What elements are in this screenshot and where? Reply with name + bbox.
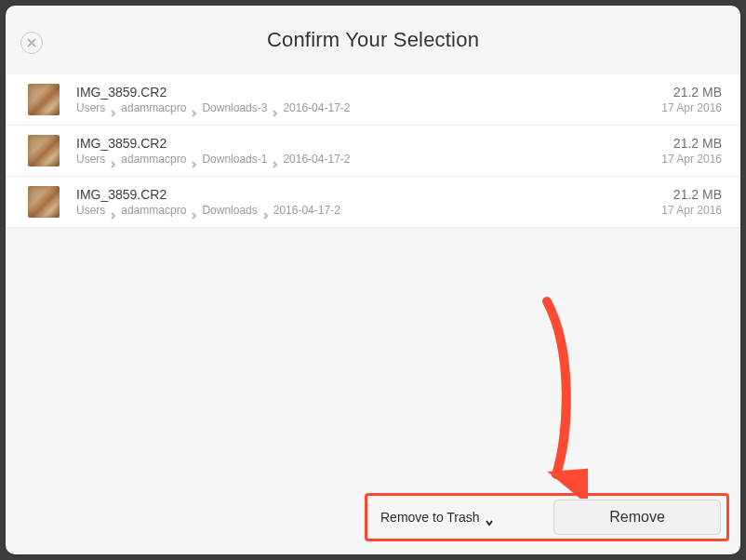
file-size: 21.2 MB [673,85,722,100]
breadcrumb-segment: adammacpro [121,153,186,166]
close-button[interactable] [20,32,43,54]
dialog-header: Confirm Your Selection [6,6,740,74]
breadcrumb-segment: adammacpro [121,101,186,114]
file-date: 17 Apr 2016 [661,204,722,217]
dialog-title: Confirm Your Selection [267,28,479,52]
file-size: 21.2 MB [673,187,722,202]
file-right: 21.2 MB 17 Apr 2016 [661,136,722,166]
remove-option-label: Remove to Trash [380,510,480,525]
file-thumbnail [28,186,60,218]
breadcrumb-segment: Users [76,153,105,166]
file-meta: IMG_3859.CR2 UsersadammacproDownloads-12… [76,136,661,167]
chevron-right-icon [273,155,277,163]
chevron-right-icon [111,155,115,163]
file-thumbnail [28,135,60,167]
dialog-window: Confirm Your Selection IMG_3859.CR2 User… [6,6,740,554]
breadcrumb-segment: 2016-04-17-2 [273,204,340,217]
file-meta: IMG_3859.CR2 UsersadammacproDownloads-32… [76,85,661,115]
actions-highlight: Remove to Trash Remove [365,493,729,541]
file-row[interactable]: IMG_3859.CR2 UsersadammacproDownloads-32… [6,74,740,126]
dialog-footer: Remove to Trash Remove [6,489,740,554]
file-right: 21.2 MB 17 Apr 2016 [661,85,722,114]
breadcrumb-segment: Downloads-1 [202,153,267,166]
chevron-right-icon [192,155,196,163]
breadcrumb-segment: Users [76,204,105,217]
remove-option-dropdown[interactable]: Remove to Trash [380,510,493,525]
file-breadcrumb: UsersadammacproDownloads-12016-04-17-2 [76,153,661,166]
file-right: 21.2 MB 17 Apr 2016 [661,187,722,217]
chevron-right-icon [273,104,277,112]
file-row[interactable]: IMG_3859.CR2 UsersadammacproDownloads-12… [6,126,740,177]
file-date: 17 Apr 2016 [661,153,722,166]
chevron-right-icon [192,104,196,112]
file-size: 21.2 MB [673,136,722,151]
remove-button-label: Remove [609,509,665,526]
file-date: 17 Apr 2016 [661,101,722,114]
close-icon [27,34,36,51]
chevron-right-icon [111,104,115,112]
file-name: IMG_3859.CR2 [76,85,661,100]
file-name: IMG_3859.CR2 [76,187,661,203]
file-breadcrumb: UsersadammacproDownloads2016-04-17-2 [76,204,661,217]
breadcrumb-segment: Downloads-3 [202,101,267,114]
breadcrumb-segment: 2016-04-17-2 [283,153,350,166]
file-meta: IMG_3859.CR2 UsersadammacproDownloads201… [76,187,661,218]
chevron-right-icon [192,207,196,214]
annotation-arrow [528,294,588,499]
file-name: IMG_3859.CR2 [76,136,661,152]
file-row[interactable]: IMG_3859.CR2 UsersadammacproDownloads201… [6,177,740,228]
breadcrumb-segment: Users [76,101,105,114]
chevron-right-icon [111,207,115,214]
chevron-down-icon [486,513,493,521]
file-list: IMG_3859.CR2 UsersadammacproDownloads-32… [6,74,740,228]
file-thumbnail [28,84,60,115]
breadcrumb-segment: 2016-04-17-2 [283,101,350,114]
breadcrumb-segment: Downloads [202,204,257,217]
remove-button[interactable]: Remove [553,500,721,535]
chevron-right-icon [263,207,268,214]
file-breadcrumb: UsersadammacproDownloads-32016-04-17-2 [76,101,661,114]
breadcrumb-segment: adammacpro [121,204,186,217]
